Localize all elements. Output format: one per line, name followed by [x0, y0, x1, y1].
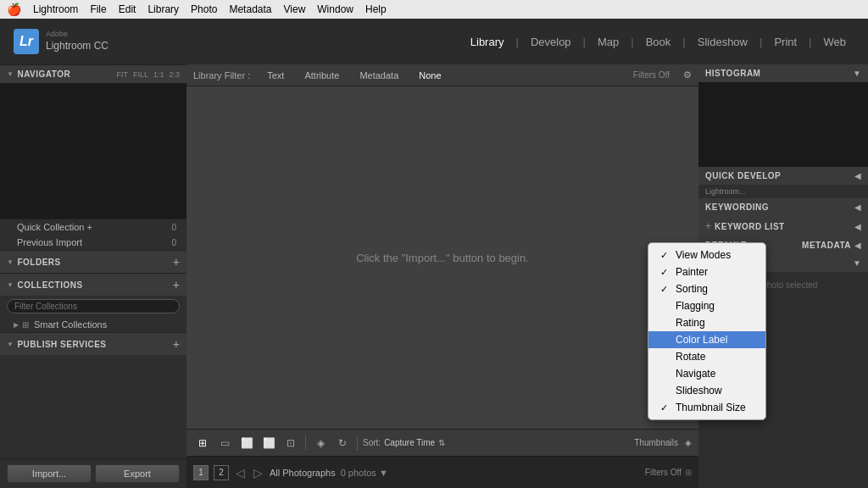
filmstrip-page-1[interactable]: 1 — [193, 465, 209, 480]
menu-library[interactable]: Library — [147, 3, 179, 15]
histogram-header[interactable]: Histogram ▼ — [698, 64, 868, 82]
all-photographs-label[interactable]: All Photographs — [270, 468, 336, 478]
ctx-label: Color Label — [676, 334, 727, 346]
navigator-fill[interactable]: FILL — [133, 70, 148, 79]
context-menu-item-sorting[interactable]: ✓Sorting — [648, 280, 765, 297]
toolbar-separator-2 — [357, 435, 358, 451]
menu-view[interactable]: View — [284, 3, 306, 15]
sort-direction-icon[interactable]: ⇅ — [438, 438, 445, 447]
import-button[interactable]: Import... — [7, 464, 92, 483]
context-menu-item-rating[interactable]: Rating — [648, 314, 765, 331]
publish-services-header[interactable]: ▼ Publish Services + — [0, 332, 186, 355]
thumbnails-slider[interactable]: ◈ — [685, 438, 692, 447]
navigator-ratio[interactable]: 2:3 — [169, 70, 180, 79]
apple-menu[interactable]: 🍎 — [7, 3, 21, 16]
ctx-label: Flagging — [676, 300, 715, 312]
smart-collections-item[interactable]: ▶ ⊞ Smart Collections — [0, 317, 186, 332]
quick-collection-item[interactable]: Quick Collection + 0 — [0, 219, 186, 235]
center-panel: Library Filter : Text Attribute Metadata… — [186, 64, 698, 488]
menu-file[interactable]: File — [90, 3, 106, 15]
navigator-fit[interactable]: FIT — [116, 70, 128, 79]
ctx-label: View Modes — [676, 249, 731, 261]
metadata-arrow: ◀ — [854, 241, 861, 250]
context-menu-item-painter[interactable]: ✓Painter — [648, 263, 765, 280]
ctx-checkmark: ✓ — [660, 250, 670, 261]
menu-bar: 🍎 Lightroom File Edit Library Photo Meta… — [0, 0, 868, 19]
context-menu-item-rotate[interactable]: Rotate — [648, 348, 765, 365]
empty-message: Click the "Import..." button to begin. — [356, 252, 529, 264]
ctx-checkmark: ✓ — [660, 267, 670, 278]
collections-add-button[interactable]: + — [173, 278, 180, 291]
menu-metadata[interactable]: Metadata — [229, 3, 271, 15]
keyword-list-add-icon[interactable]: + — [705, 220, 711, 232]
keyword-list-arrow: ◀ — [854, 222, 861, 231]
menu-window[interactable]: Window — [317, 3, 353, 15]
filter-settings-icon[interactable]: ⚙ — [683, 69, 692, 80]
folders-header[interactable]: ▼ Folders + — [0, 250, 186, 273]
filmstrip-next-icon[interactable]: ▷ — [253, 466, 263, 480]
context-menu-item-flagging[interactable]: Flagging — [648, 297, 765, 314]
compare-view-icon[interactable]: ⬜ — [237, 434, 256, 452]
previous-import-item[interactable]: Previous Import 0 — [0, 235, 186, 250]
folders-add-button[interactable]: + — [173, 255, 180, 269]
grid-view-icon[interactable]: ⊞ — [193, 434, 212, 452]
spray-tool-icon[interactable]: ◈ — [311, 434, 330, 452]
ctx-label: Rating — [676, 317, 705, 329]
filmstrip-filter-icon[interactable]: ⊞ — [685, 468, 692, 477]
keyword-list-title: Keyword List — [715, 222, 785, 231]
module-map[interactable]: Map — [589, 32, 627, 52]
context-menu-item-color-label[interactable]: Color Label — [648, 331, 765, 348]
filter-attribute[interactable]: Attribute — [301, 69, 342, 82]
collections-filter-input[interactable] — [7, 299, 180, 313]
ctx-label: Thumbnail Size — [676, 402, 746, 413]
context-menu-item-slideshow[interactable]: Slideshow — [648, 382, 765, 399]
survey-view-icon[interactable]: ⬜ — [259, 434, 278, 452]
rotate-tool-icon[interactable]: ↻ — [333, 434, 352, 452]
filters-off-btn[interactable]: Filters Off — [633, 70, 670, 80]
module-web[interactable]: Web — [815, 32, 855, 52]
context-menu-item-thumbnail-size[interactable]: ✓Thumbnail Size — [648, 399, 765, 416]
photos-count-dropdown[interactable]: ▼ — [379, 468, 388, 478]
quick-develop-arrow: ◀ — [854, 171, 861, 180]
keywording-title: Keywording — [705, 202, 769, 212]
module-book[interactable]: Book — [637, 32, 680, 52]
folders-triangle: ▼ — [7, 258, 14, 266]
navigator-triangle: ▼ — [7, 70, 14, 78]
filmstrip-filters-off: Filters Off — [645, 468, 682, 477]
sort-value[interactable]: Capture Time — [384, 438, 435, 447]
module-develop[interactable]: Develop — [522, 32, 580, 52]
ctx-label: Sorting — [676, 283, 708, 295]
histogram-display — [698, 82, 868, 167]
keywording-arrow: ◀ — [854, 202, 861, 212]
photos-count[interactable]: 0 photos ▼ — [341, 468, 388, 478]
collections-triangle: ▼ — [7, 281, 14, 289]
navigator-1to1[interactable]: 1:1 — [153, 70, 164, 79]
export-button[interactable]: Export — [95, 464, 180, 483]
navigator-header[interactable]: ▼ Navigator FIT FILL 1:1 2:3 — [0, 64, 186, 83]
module-library[interactable]: Library — [462, 32, 513, 52]
module-slideshow[interactable]: Slideshow — [689, 32, 756, 52]
quick-develop-header[interactable]: Quick Develop ◀ — [698, 167, 868, 185]
people-view-icon[interactable]: ⊡ — [281, 434, 300, 452]
module-print[interactable]: Print — [765, 32, 805, 52]
filter-metadata[interactable]: Metadata — [356, 69, 402, 82]
filter-none[interactable]: None — [415, 69, 444, 82]
context-menu-item-navigate[interactable]: Navigate — [648, 365, 765, 382]
filter-text[interactable]: Text — [264, 69, 287, 82]
collections-header[interactable]: ▼ Collections + — [0, 273, 186, 296]
loupe-view-icon[interactable]: ▭ — [215, 434, 234, 452]
publish-services-title: Publish Services — [17, 340, 106, 349]
keywording-header[interactable]: Keywording ◀ — [698, 198, 868, 216]
menu-lightroom[interactable]: Lightroom — [33, 3, 78, 15]
filmstrip-page-2[interactable]: 2 — [214, 465, 229, 480]
keyword-list-header[interactable]: + Keyword List ◀ — [698, 216, 868, 236]
menu-photo[interactable]: Photo — [191, 3, 217, 15]
publish-services-add-button[interactable]: + — [173, 337, 180, 351]
context-menu-item-view-modes[interactable]: ✓View Modes — [648, 247, 765, 263]
menu-edit[interactable]: Edit — [119, 3, 136, 15]
thumbnails-label: Thumbnails — [634, 438, 678, 447]
comments-arrow: ▼ — [853, 258, 861, 268]
menu-help[interactable]: Help — [365, 3, 387, 15]
filter-bar-label: Library Filter : — [193, 70, 250, 80]
filmstrip-prev-icon[interactable]: ◁ — [236, 466, 245, 480]
